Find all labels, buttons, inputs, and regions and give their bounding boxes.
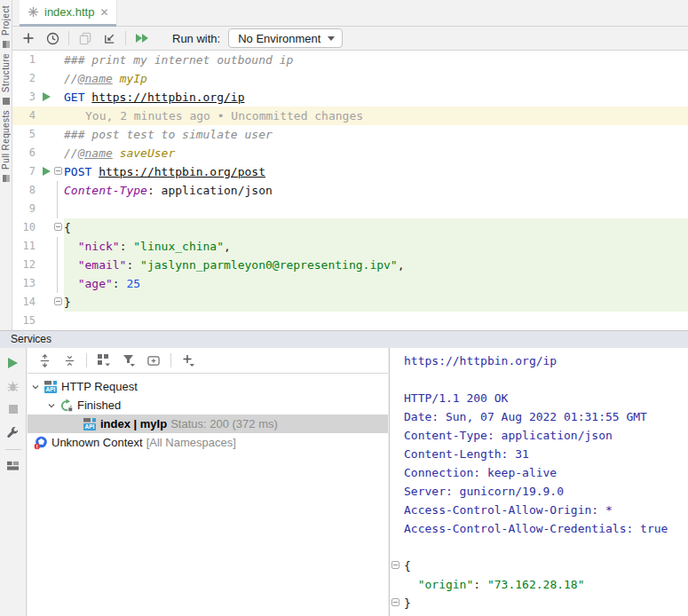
- fold-marker-icon[interactable]: [54, 297, 62, 305]
- run-all-button[interactable]: [134, 30, 150, 46]
- pull-requests-tool-icon[interactable]: [3, 175, 10, 182]
- editor-line[interactable]: 3GET https://httpbin.org/ip: [12, 88, 688, 107]
- play-icon: [7, 357, 19, 369]
- sidebar-item-pull-requests[interactable]: Pull Requests: [1, 110, 11, 170]
- settings-button[interactable]: [5, 424, 21, 440]
- tree-row-http-request[interactable]: API HTTP Request: [28, 377, 388, 396]
- collapse-all-icon: [63, 354, 76, 367]
- editor-line[interactable]: 14}: [12, 293, 688, 312]
- console-text: [404, 370, 688, 389]
- tab-index-http[interactable]: index.http ✕: [20, 0, 117, 24]
- code-text: "age": 25: [64, 274, 688, 293]
- run-button[interactable]: [5, 355, 21, 371]
- stop-icon: [8, 404, 19, 415]
- console-line: https://httpbin.org/ip: [390, 351, 688, 370]
- run-request-icon[interactable]: [43, 167, 51, 176]
- console-text: https://httpbin.org/ip: [404, 351, 688, 370]
- console-text: Date: Sun, 07 Aug 2022 01:31:55 GMT: [404, 407, 688, 426]
- gutter: [41, 256, 64, 274]
- editor-line[interactable]: 11 "nick": "linux_china",: [12, 237, 688, 256]
- code-text: "nick": "linux_china",: [64, 237, 688, 256]
- code-text: //@name myIp: [64, 69, 688, 88]
- add-request-button[interactable]: [20, 30, 36, 46]
- expand-all-button[interactable]: [36, 352, 52, 368]
- environment-select[interactable]: No Environment: [228, 28, 343, 48]
- console-line: Server: gunicorn/19.9.0: [390, 482, 688, 501]
- editor-line[interactable]: 7POST https://httpbin.org/post: [12, 162, 688, 181]
- ide-window: Project Structure Pull Requests index.ht…: [0, 0, 688, 616]
- code-text: //@name saveUser: [64, 144, 688, 162]
- editor-line[interactable]: 5### post test to simulate user: [12, 125, 688, 144]
- gutter: [41, 88, 64, 107]
- console-text: "origin": "73.162.28.18": [404, 575, 688, 594]
- services-left-toolbar: [0, 348, 27, 616]
- editor-line[interactable]: 9: [12, 200, 688, 218]
- project-tool-icon[interactable]: [3, 41, 10, 48]
- run-request-icon[interactable]: [43, 92, 51, 101]
- debug-button[interactable]: [5, 378, 21, 394]
- fold-marker-icon[interactable]: [54, 167, 62, 175]
- response-console[interactable]: https://httpbin.org/ipHTTP/1.1 200 OKDat…: [389, 348, 688, 616]
- plus-dropdown-icon: [181, 353, 195, 367]
- console-text: Content-Length: 31: [404, 445, 688, 463]
- group-by-icon: [97, 353, 111, 367]
- code-text: [64, 312, 688, 330]
- fold-marker-icon[interactable]: [391, 598, 399, 606]
- editor-line[interactable]: 13 "age": 25: [12, 274, 688, 293]
- editor-line[interactable]: 10{: [12, 218, 688, 237]
- arrow-corner-icon: [103, 32, 116, 45]
- open-in-new-tab-button[interactable]: [146, 352, 162, 368]
- console-line: Access-Control-Allow-Origin: *: [390, 501, 688, 519]
- chevron-down-icon[interactable]: [31, 383, 40, 391]
- gutter: [41, 274, 64, 293]
- stop-button[interactable]: [5, 401, 21, 417]
- tree-label: HTTP Request: [61, 380, 138, 393]
- wrench-icon: [6, 426, 20, 439]
- editor-line[interactable]: 12 "email": "jaslynn_parmleyon0@represen…: [12, 256, 688, 274]
- layout-options-button[interactable]: [5, 457, 21, 473]
- gutter: [41, 293, 64, 312]
- import-curl-button[interactable]: [101, 30, 117, 46]
- chevron-down-icon[interactable]: [47, 401, 56, 410]
- collapse-all-button[interactable]: [61, 352, 77, 368]
- http-file-icon: [28, 6, 39, 18]
- tree-row-finished[interactable]: Finished: [28, 396, 388, 415]
- history-button[interactable]: [44, 30, 60, 46]
- code-editor[interactable]: 1### print my internet outbound ip2//@na…: [12, 51, 688, 330]
- line-number: 5: [12, 125, 41, 144]
- editor-line[interactable]: 15: [12, 312, 688, 330]
- console-line: [390, 370, 688, 389]
- sidebar-item-structure[interactable]: Structure: [1, 53, 11, 92]
- svg-text:API: API: [46, 386, 56, 392]
- gutter: [41, 51, 64, 69]
- tree-row-request-result[interactable]: API index | myIp Status: 200 (372 ms): [28, 415, 388, 433]
- toolbar-separator: [170, 353, 171, 367]
- svg-text:API: API: [85, 423, 95, 430]
- editor-line[interactable]: 4You, 2 minutes ago • Uncommitted change…: [12, 107, 688, 125]
- tree-row-unknown-context[interactable]: Unknown Context [All Namespaces]: [28, 433, 388, 452]
- expand-all-icon: [38, 354, 51, 367]
- editor-line[interactable]: 1### print my internet outbound ip: [12, 51, 688, 69]
- services-panel-header[interactable]: Services: [0, 330, 688, 348]
- copy-button[interactable]: [77, 30, 93, 46]
- rerun-icon: [59, 399, 74, 413]
- tab-close-icon[interactable]: ✕: [99, 7, 108, 18]
- fold-marker-icon[interactable]: [391, 561, 399, 569]
- editor-line[interactable]: 6//@name saveUser: [12, 144, 688, 162]
- group-by-button[interactable]: [96, 352, 112, 368]
- console-line: {: [390, 557, 688, 575]
- editor-lines: 1### print my internet outbound ip2//@na…: [12, 51, 688, 330]
- api-icon: API: [83, 417, 97, 431]
- editor-line[interactable]: 8Content-Type: application/json: [12, 181, 688, 200]
- console-gutter: [390, 501, 404, 519]
- fold-marker-icon[interactable]: [54, 223, 62, 231]
- sidebar-item-project[interactable]: Project: [1, 5, 11, 36]
- line-number: 3: [12, 88, 41, 107]
- console-gutter: [390, 575, 404, 594]
- filter-button[interactable]: [121, 352, 137, 368]
- structure-tool-icon[interactable]: [3, 98, 10, 105]
- add-service-button[interactable]: [180, 352, 196, 368]
- toolbar-separator: [125, 31, 126, 45]
- filter-icon: [122, 353, 136, 367]
- editor-line[interactable]: 2//@name myIp: [12, 69, 688, 88]
